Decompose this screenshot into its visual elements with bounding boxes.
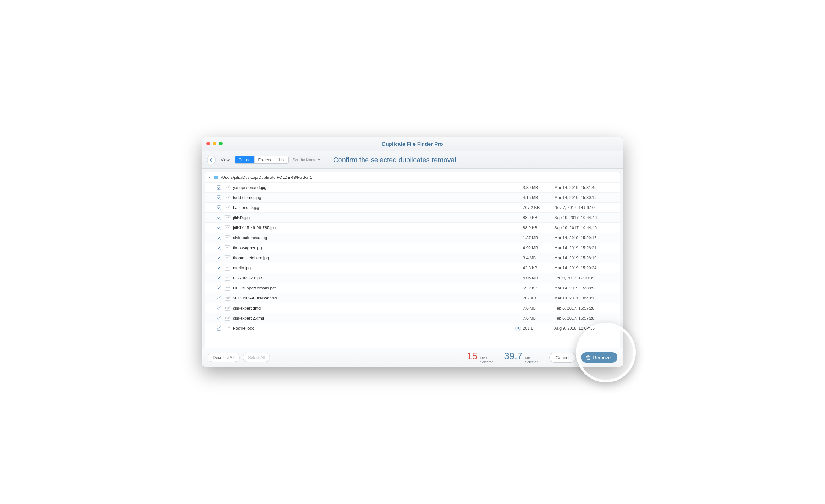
folder-row[interactable]: ▼ /Users/julia/Desktop/Duplicate FOLDERS… [205,172,620,182]
file-type-icon [225,296,230,301]
file-row[interactable]: Blizzards 2.mp35.06 MBFeb 9, 2017, 17:10… [205,273,620,283]
file-size: 1.37 MB [523,235,554,240]
file-row[interactable]: thomas-lefebvre.jpg3.4 MBMar 14, 2019, 1… [205,253,620,263]
checkmark-icon [217,267,220,269]
row-checkbox[interactable] [217,226,221,230]
remove-button[interactable]: Remove [581,352,617,362]
row-checkbox[interactable] [217,195,221,200]
view-outline-tab[interactable]: Outline [235,157,255,163]
search-icon [517,327,520,330]
files-selected-count: 15 [467,351,477,361]
back-button[interactable] [207,156,216,164]
checkmark-icon [217,297,220,300]
quicklook-button[interactable] [515,326,521,331]
file-type-icon [225,285,230,290]
row-checkbox[interactable] [217,236,221,240]
file-name: merlin.jpg [233,265,523,270]
checkmark-icon [217,307,220,310]
file-row[interactable]: merlin.jpg42.3 KBMar 14, 2019, 15:20:34 [205,263,620,273]
file-name: DFF-support emails.pdf [233,285,523,290]
file-row[interactable]: 2011 NCAA Bracket.vsd702 KBMar 14, 2011,… [205,293,620,303]
file-size: 3.89 MB [523,185,554,190]
checkmark-icon [217,277,220,279]
file-size: 88.9 KB [523,215,554,220]
file-type-icon [225,225,230,230]
file-name: 2011 NCAA Bracket.vsd [233,296,523,301]
select-all-button[interactable]: Select All [243,353,270,362]
trash-icon [586,355,590,360]
file-row[interactable]: todd-diemer.jpg4.15 MBMar 14, 2019, 15:3… [205,192,620,202]
fullscreen-window-button[interactable] [219,142,223,146]
row-checkbox[interactable] [217,286,221,290]
file-name: j6iKIY 15-49-06-785.jpg [233,225,523,230]
file-row[interactable]: yanapi-senaud.jpg3.89 MBMar 14, 2019, 15… [205,182,620,192]
file-type-icon [225,326,230,331]
file-name: todd-diemer.jpg [233,195,523,200]
file-name: diskexpert.dmg [233,306,523,311]
row-checkbox[interactable] [217,205,221,210]
file-row[interactable]: alvin-balemesa.jpg1.37 MBMar 14, 2019, 1… [205,233,620,243]
file-size: 3.4 MB [523,255,554,260]
checkmark-icon [217,237,220,239]
app-window: Duplicate File Finder Pro View: Outline … [202,137,623,367]
row-checkbox[interactable] [217,306,221,311]
chevron-left-icon [210,158,213,162]
toolbar: View: Outline Folders List Sort by Name … [202,151,623,169]
row-checkbox[interactable] [217,296,221,301]
folder-icon [214,175,219,179]
row-checkbox[interactable] [217,185,221,190]
titlebar: Duplicate File Finder Pro [202,137,623,151]
file-row[interactable]: DFF-support emails.pdf69.2 KBMar 14, 201… [205,283,620,293]
file-date: Mar 14, 2019, 15:28:31 [554,245,617,250]
file-type-icon [225,316,230,321]
row-checkbox[interactable] [217,216,221,220]
file-size: 5.06 MB [523,275,554,280]
file-date: Feb 6, 2017, 16:57:28 [554,316,617,321]
file-size: 281 B [523,326,554,331]
file-size: 7.6 MB [523,316,554,321]
close-window-button[interactable] [206,142,210,146]
row-checkbox[interactable] [217,276,221,280]
file-row[interactable]: balloons_0.jpg767.2 KBNov 7, 2017, 14:56… [205,202,620,213]
file-date: Nov 7, 2017, 14:56:10 [554,205,617,210]
deselect-all-button[interactable]: Deselect All [208,353,240,362]
view-list-tab[interactable]: List [275,157,289,163]
sort-label: Sort by Name [292,158,316,162]
sort-dropdown[interactable]: Sort by Name ▼ [292,158,320,162]
file-row[interactable]: diskexpert.dmg7.6 MBFeb 6, 2017, 16:57:2… [205,303,620,313]
file-row[interactable]: j6iKIY 15-49-06-785.jpg88.9 KBSep 19, 20… [205,223,620,233]
file-date: Aug 9, 2018, 12:09:15 [554,326,617,331]
row-checkbox[interactable] [217,246,221,250]
minimize-window-button[interactable] [213,142,216,146]
folder-path: /Users/julia/Desktop/Duplicate FOLDERS/F… [221,175,312,180]
file-date: Feb 9, 2017, 17:10:09 [554,275,617,280]
chevron-down-icon: ▼ [318,158,321,162]
file-row[interactable]: diskexpert 2.dmg7.6 MBFeb 6, 2017, 16:57… [205,313,620,323]
file-date: Mar 14, 2011, 10:40:18 [554,296,617,301]
file-type-icon [225,245,230,250]
disclosure-triangle-icon[interactable]: ▼ [208,176,211,179]
row-checkbox[interactable] [217,316,221,321]
checkmark-icon [217,257,220,259]
cancel-button[interactable]: Cancel [549,352,576,362]
file-name: timo-wagner.jpg [233,245,523,250]
checkmark-icon [217,287,220,289]
file-name: j6iKIY.jpg [233,215,523,220]
files-selected-stat: 15 FilesSelected [467,351,493,364]
checkmark-icon [217,227,220,229]
file-size: 88.9 KB [523,225,554,230]
file-type-icon [225,306,230,311]
file-name: alvin-balemesa.jpg [233,235,523,240]
size-selected-value: 39.7 [504,351,522,361]
row-checkbox[interactable] [217,256,221,260]
row-checkbox[interactable] [217,326,221,331]
file-row[interactable]: Podfile.lock281 BAug 9, 2018, 12:09:15 [205,323,620,333]
traffic-lights [206,142,223,146]
file-size: 4.92 MB [523,245,554,250]
view-folders-tab[interactable]: Folders [255,157,275,163]
file-size: 69.2 KB [523,285,554,290]
file-row[interactable]: timo-wagner.jpg4.92 MBMar 14, 2019, 15:2… [205,243,620,253]
file-list[interactable]: ▼ /Users/julia/Desktop/Duplicate FOLDERS… [205,172,620,348]
row-checkbox[interactable] [217,266,221,270]
file-row[interactable]: j6iKIY.jpg88.9 KBSep 19, 2017, 10:44:46 [205,213,620,223]
